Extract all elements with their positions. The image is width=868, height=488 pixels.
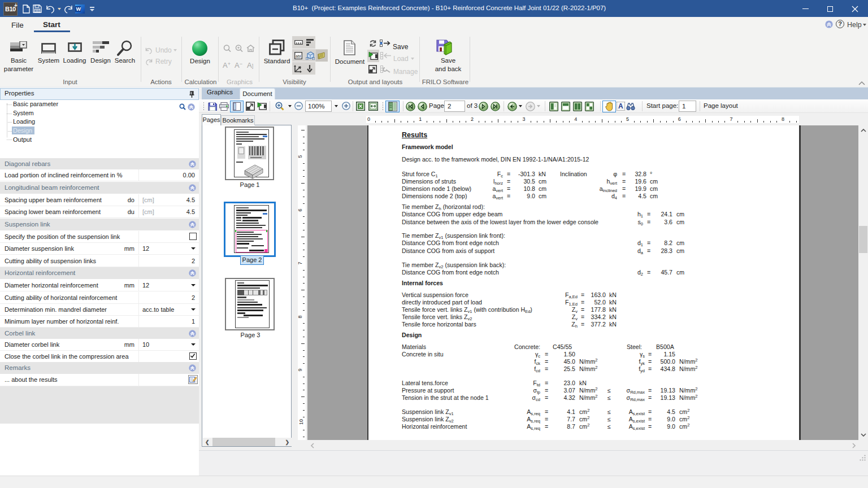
svg-text:abl: abl — [296, 54, 301, 58]
